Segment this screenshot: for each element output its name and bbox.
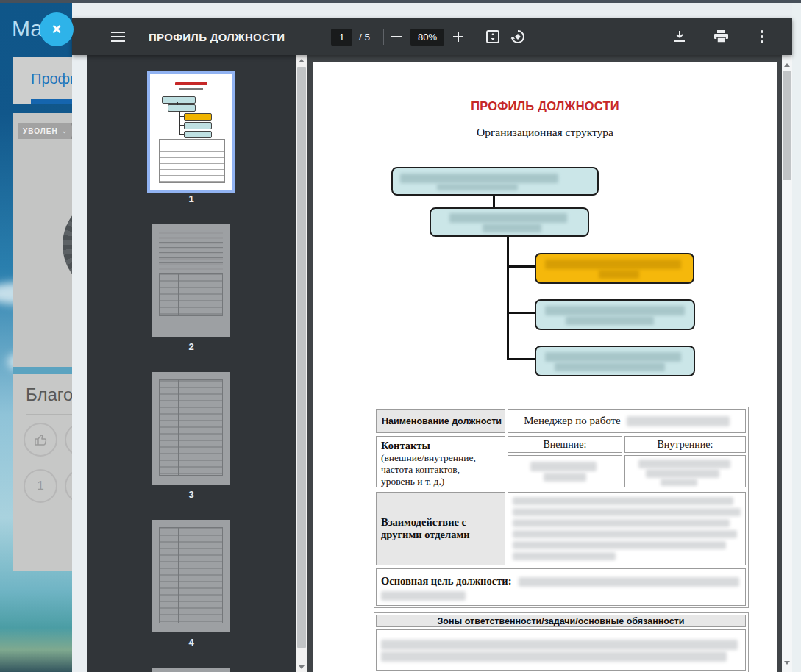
rotate-icon[interactable]: [505, 24, 530, 49]
more-options-kebab-icon[interactable]: [750, 24, 775, 49]
toolbar-actions: [667, 18, 775, 55]
pdf-toolbar: ПРОФИЛЬ ДОЛЖНОСТИ 1 / 5 80%: [72, 18, 792, 55]
page-zoom-controls: 1 / 5 80%: [331, 18, 530, 55]
redacted-text: [646, 469, 719, 478]
redacted-text: [513, 508, 741, 516]
org-box-current-position: [535, 253, 694, 284]
thumb4-sketch-table: [159, 527, 223, 623]
thumbnail-label-1: 1: [147, 193, 235, 204]
thumb2-sketch-lines: [159, 232, 223, 270]
position-name-value: Менеджер по работе: [524, 415, 621, 427]
sidebar-scrollbar-thumb[interactable]: [297, 67, 306, 648]
scroll-up-icon[interactable]: [784, 63, 790, 67]
org-box-top: [391, 167, 599, 196]
profile-table: Наименование должности Менеджер по работ…: [374, 407, 749, 608]
background-top-strip: [0, 0, 801, 3]
scroll-up-icon[interactable]: [299, 59, 305, 62]
main-scrollbar[interactable]: [782, 55, 792, 672]
redacted-text: [513, 497, 733, 505]
toolbar-separator: [474, 29, 474, 45]
thumbnail-sidebar: 1 2 3 4: [87, 55, 307, 672]
redacted-text: [544, 473, 586, 482]
redacted-text: [381, 640, 738, 650]
responsibilities-table: Зоны ответственности/задачи/основные обя…: [374, 612, 749, 672]
row-name-label: Наименование должности: [382, 416, 502, 426]
thanks-heading: Благодарности: [26, 385, 72, 405]
org-box-peer-1: [535, 299, 695, 330]
thumbs-up-icon[interactable]: [24, 423, 57, 457]
internal-header: Внутренние:: [658, 439, 713, 451]
org-box-second: [430, 207, 589, 237]
main-goal-label: Основная цель должности:: [381, 575, 511, 587]
contacts-sub2: частота контактов,: [381, 464, 500, 476]
redacted-text: [513, 541, 726, 549]
medal-icon[interactable]: [65, 423, 72, 457]
left-light-strip: [72, 55, 87, 672]
thumbnail-label-3: 3: [147, 489, 235, 500]
thumb2-sketch-table: [159, 273, 223, 316]
status-badge[interactable]: УВОЛЕН ⌄: [18, 123, 72, 139]
main-scrollbar-thumb[interactable]: [783, 71, 791, 180]
download-icon[interactable]: [667, 24, 692, 49]
document-title: ПРОФИЛЬ ДОЛЖНОСТИ: [313, 99, 777, 113]
scroll-down-icon[interactable]: [299, 665, 305, 669]
thumbnail-page-3[interactable]: [152, 372, 230, 485]
external-header: Внешние:: [544, 439, 587, 451]
document-area: ПРОФИЛЬ ДОЛЖНОСТИ Организационная структ…: [307, 55, 792, 672]
zoom-out-icon[interactable]: [384, 24, 409, 49]
tab-active-underline: [31, 99, 72, 104]
background-profile-page: Ма Профиль УВОЛЕН ⌄ Благодарности 1: [0, 3, 72, 672]
background-right-sliver: [792, 3, 801, 672]
thumbnail-page-4[interactable]: [152, 520, 230, 632]
page-count-label: / 5: [359, 32, 370, 43]
thumbnail-page-2[interactable]: [152, 224, 230, 337]
letter-icon[interactable]: Р: [65, 469, 72, 503]
thumb3-sketch-table: [159, 379, 223, 476]
contacts-label: Контакты: [381, 440, 500, 452]
thumbnail-page-5[interactable]: [152, 668, 230, 672]
redacted-text: [638, 460, 730, 468]
menu-hamburger-icon[interactable]: [105, 24, 130, 49]
zoom-level-input[interactable]: 80%: [410, 29, 444, 46]
pdf-page-1: ПРОФИЛЬ ДОЛЖНОСТИ Организационная структ…: [313, 62, 777, 672]
contacts-sub1: (внешние/внутренние,: [381, 452, 500, 464]
divider: [26, 414, 72, 415]
redacted-text: [381, 591, 466, 601]
close-icon: ×: [52, 20, 62, 39]
zoom-in-icon[interactable]: [446, 24, 471, 49]
sidebar-scrollbar[interactable]: [296, 55, 307, 672]
cover-photo-gap: [13, 367, 72, 374]
interaction-label: Взаимодействие с другими отделами: [381, 516, 500, 541]
redacted-text: [513, 552, 616, 560]
pdf-title: ПРОФИЛЬ ДОЛЖНОСТИ: [149, 31, 285, 43]
contacts-sub3: уровень и т. д.): [381, 476, 500, 487]
status-badge-label: УВОЛЕН: [23, 127, 58, 135]
document-subtitle: Организационная структура: [313, 126, 777, 139]
scroll-down-icon[interactable]: [784, 661, 790, 665]
redacted-text: [381, 651, 727, 662]
page-number-input[interactable]: 1: [331, 29, 352, 46]
org-box-peer-2: [535, 346, 695, 376]
redacted-text: [519, 577, 739, 587]
close-button[interactable]: ×: [40, 12, 74, 46]
screen: Ма Профиль УВОЛЕН ⌄ Благодарности 1: [0, 0, 801, 672]
tab-profile[interactable]: Профиль: [31, 71, 72, 87]
count-one-label: 1: [37, 479, 43, 493]
redacted-text: [661, 479, 697, 486]
count-one-icon[interactable]: 1: [24, 469, 57, 503]
profile-tab-bar: Профиль: [13, 57, 72, 104]
fit-to-page-icon[interactable]: [480, 24, 505, 49]
thanks-card: Благодарности 1 Р: [13, 374, 72, 571]
pdf-viewer: ПРОФИЛЬ ДОЛЖНОСТИ 1 / 5 80%: [72, 18, 792, 672]
print-icon[interactable]: [708, 24, 733, 49]
chevron-down-icon: ⌄: [62, 127, 68, 135]
thumbnail-label-4: 4: [147, 637, 235, 648]
profile-card: УВОЛЕН ⌄: [13, 113, 72, 367]
redacted-text: [530, 462, 597, 471]
avatar: [63, 196, 72, 294]
thumbnail-page-1-selected[interactable]: [147, 71, 235, 193]
redacted-text: [513, 530, 737, 538]
redacted-text: [627, 416, 730, 426]
redacted-text: [513, 519, 730, 527]
thumbnail-label-2: 2: [147, 341, 235, 352]
